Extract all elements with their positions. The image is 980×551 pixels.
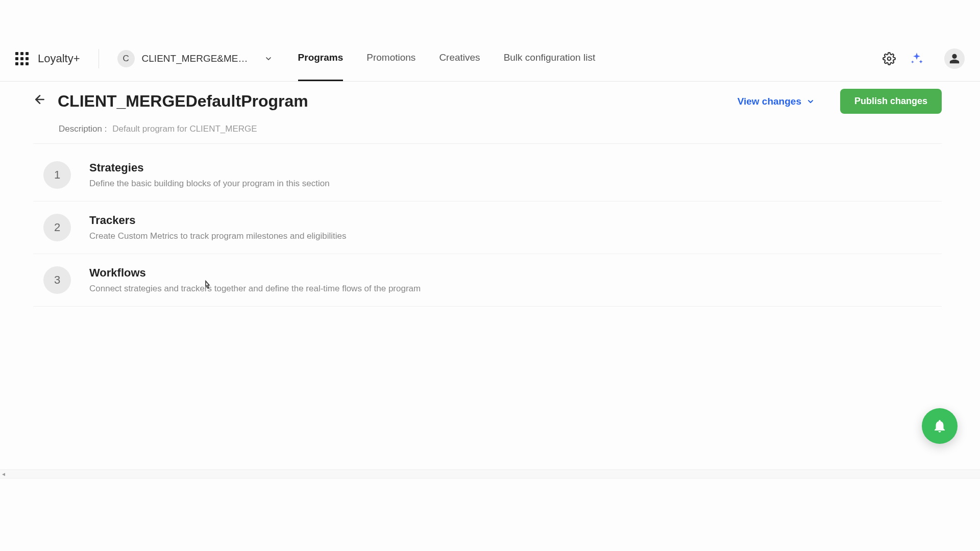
description-label: Description : [59, 124, 107, 134]
step-trackers[interactable]: 2 Trackers Create Custom Metrics to trac… [33, 202, 942, 254]
step-title: Trackers [89, 214, 347, 227]
step-number: 1 [43, 161, 71, 189]
horizontal-scrollbar[interactable]: ◂ [0, 469, 980, 479]
bell-icon [932, 418, 947, 434]
chevron-down-icon [264, 55, 273, 63]
view-changes-button[interactable]: View changes [738, 96, 815, 107]
scroll-left-arrow-icon[interactable]: ◂ [2, 470, 5, 478]
view-changes-label: View changes [738, 96, 801, 107]
apps-grid-icon[interactable] [15, 52, 29, 65]
tab-promotions[interactable]: Promotions [366, 36, 415, 81]
client-name: CLIENT_MERGE&MER… [142, 53, 254, 64]
sparkle-icon [910, 52, 924, 66]
step-number: 2 [43, 214, 71, 241]
tab-creatives[interactable]: Creatives [439, 36, 480, 81]
tab-bulk[interactable]: Bulk configuration list [504, 36, 596, 81]
gear-icon [883, 52, 896, 65]
topbar: Loyalty+ C CLIENT_MERGE&MER… Programs Pr… [0, 36, 980, 82]
brand-label: Loyalty+ [38, 52, 80, 65]
step-description: Connect strategies and trackers together… [89, 284, 421, 294]
description-row: Description : Default program for CLIENT… [33, 124, 942, 144]
ai-assist-button[interactable] [906, 48, 927, 69]
tab-programs[interactable]: Programs [298, 36, 344, 81]
client-badge: C [117, 50, 135, 67]
user-icon [949, 53, 960, 64]
description-text: Default program for CLIENT_MERGE [112, 124, 257, 134]
chevron-down-icon [806, 97, 815, 106]
svg-point-0 [888, 57, 891, 60]
arrow-left-icon [33, 93, 46, 106]
publish-button[interactable]: Publish changes [840, 89, 942, 114]
step-strategies[interactable]: 1 Strategies Define the basic building b… [33, 149, 942, 202]
step-description: Define the basic building blocks of your… [89, 179, 330, 189]
step-number: 3 [43, 266, 71, 294]
divider [99, 49, 99, 68]
page-content: CLIENT_MERGEDefaultProgram View changes … [0, 82, 980, 307]
page-title: CLIENT_MERGEDefaultProgram [58, 92, 308, 111]
client-selector[interactable]: C CLIENT_MERGE&MER… [117, 50, 273, 67]
nav-tabs: Programs Promotions Creatives Bulk confi… [298, 36, 596, 81]
notifications-fab[interactable] [922, 408, 958, 444]
step-workflows[interactable]: 3 Workflows Connect strategies and track… [33, 254, 942, 307]
step-description: Create Custom Metrics to track program m… [89, 231, 347, 241]
settings-button[interactable] [879, 48, 899, 69]
step-title: Strategies [89, 161, 330, 174]
steps-list: 1 Strategies Define the basic building b… [33, 149, 942, 307]
step-title: Workflows [89, 266, 421, 280]
page-header: CLIENT_MERGEDefaultProgram View changes … [33, 89, 942, 114]
user-avatar[interactable] [944, 48, 965, 69]
back-button[interactable] [33, 93, 46, 110]
